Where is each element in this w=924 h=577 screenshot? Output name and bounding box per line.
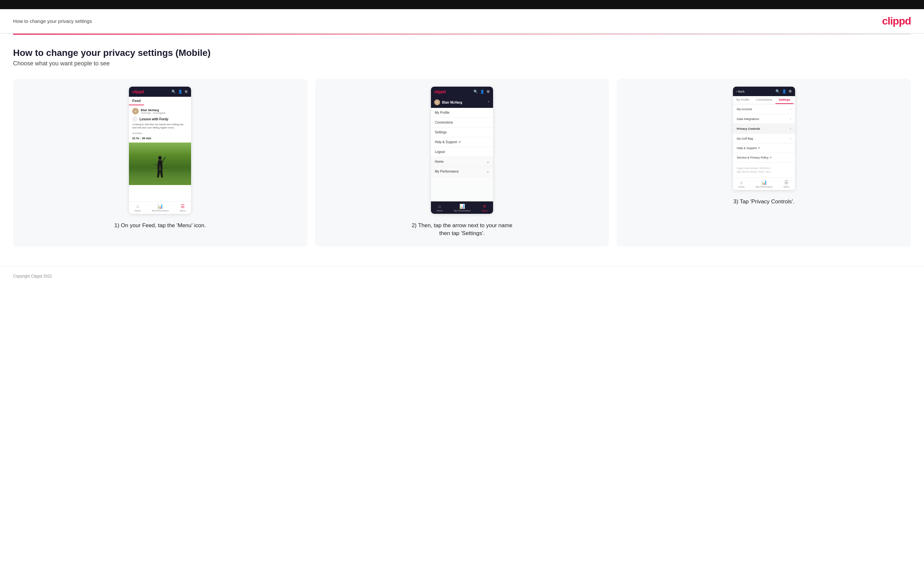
performance-label: My Performance bbox=[152, 210, 168, 212]
header: How to change your privacy settings clip… bbox=[0, 9, 924, 34]
step-1-caption: 1) On your Feed, tap the 'Menu' icon. bbox=[115, 222, 206, 229]
performance-label-3: My Performance bbox=[756, 186, 772, 188]
phone-2-icons: 🔍 👤 ⚙ bbox=[473, 90, 490, 94]
menu-item-connections[interactable]: Connections bbox=[431, 118, 493, 127]
menu-item-my-profile[interactable]: My Profile bbox=[431, 108, 493, 118]
menu-username: Blair McHarg bbox=[442, 101, 462, 104]
settings-item-privacy-controls[interactable]: Privacy Controls › bbox=[733, 124, 795, 134]
step-2-phone: clippd 🔍 👤 ⚙ bbox=[431, 87, 493, 214]
menu-item-settings[interactable]: Settings bbox=[431, 127, 493, 137]
menu-expand-icon[interactable]: ⌃ bbox=[487, 101, 490, 104]
user-icon-2: 👤 bbox=[480, 90, 485, 94]
settings-item-my-account[interactable]: My Account › bbox=[733, 104, 795, 114]
menu-section-home-label: Home bbox=[435, 160, 444, 163]
home-icon-2: ⌂ bbox=[438, 204, 441, 209]
copyright-text: Copyright Clippd 2022 bbox=[13, 274, 52, 279]
phone-3-icons: 🔍 👤 ⚙ bbox=[775, 89, 792, 93]
footer: Copyright Clippd 2022 bbox=[0, 266, 924, 285]
menu-section-performance[interactable]: My Performance ⌄ bbox=[431, 167, 493, 177]
settings-icon-3: ⚙ bbox=[788, 89, 792, 93]
menu-label: Menu bbox=[180, 210, 186, 212]
phone-2-content: B Blair McHarg ⌃ My Profile Connections … bbox=[431, 97, 493, 201]
close-icon: ✕ bbox=[483, 204, 486, 209]
settings-back-bar: ‹ Back 🔍 👤 ⚙ bbox=[733, 87, 795, 96]
steps-container: clippd 🔍 👤 ⚙ Feed B Blair McHarg bbox=[13, 79, 911, 247]
golf-image bbox=[129, 143, 191, 185]
nav-home-2: ⌂ Home bbox=[436, 204, 443, 212]
menu-items-list: My Profile Connections Settings Help & S… bbox=[431, 108, 493, 177]
menu-label-3: Menu bbox=[783, 186, 790, 188]
close-label: Menu bbox=[481, 210, 488, 212]
home-icon-3: ⌂ bbox=[740, 180, 743, 185]
golfer-silhouette bbox=[153, 156, 166, 182]
settings-item-my-golf-bag[interactable]: My Golf Bag › bbox=[733, 134, 795, 143]
back-chevron-icon: ‹ bbox=[736, 90, 737, 93]
top-bar bbox=[0, 0, 924, 9]
settings-tabs: My Profile Connections Settings bbox=[733, 96, 795, 104]
settings-item-help-support[interactable]: Help & Support ↗ bbox=[733, 143, 795, 153]
phone-1-topbar: clippd 🔍 👤 ⚙ bbox=[129, 87, 191, 97]
menu-overlay: B Blair McHarg ⌃ My Profile Connections … bbox=[431, 97, 493, 201]
tab-connections[interactable]: Connections bbox=[753, 96, 775, 104]
menu-icon-3: ☰ bbox=[784, 180, 788, 185]
back-button[interactable]: ‹ Back bbox=[736, 90, 745, 93]
phone-1-icons: 🔍 👤 ⚙ bbox=[171, 90, 188, 94]
settings-item-service-privacy[interactable]: Service & Privacy Policy ↗ bbox=[733, 153, 795, 163]
nav-menu[interactable]: ☰ Menu bbox=[180, 204, 186, 212]
duration-label: Duration bbox=[132, 132, 188, 135]
step-1-card: clippd 🔍 👤 ⚙ Feed B Blair McHarg bbox=[13, 79, 307, 247]
home-chevron-icon: ⌄ bbox=[486, 160, 489, 163]
lesson-desc: Looking to feel like my hands are exitin… bbox=[132, 123, 188, 130]
home-label-2: Home bbox=[436, 210, 443, 212]
menu-user-header: B Blair McHarg ⌃ bbox=[431, 97, 493, 108]
settings-icon: ⚙ bbox=[184, 90, 188, 94]
menu-item-logout[interactable]: Logout bbox=[431, 147, 493, 157]
user-icon-3: 👤 bbox=[782, 89, 787, 93]
svg-point-0 bbox=[158, 156, 162, 160]
step-2-card: clippd 🔍 👤 ⚙ bbox=[315, 79, 609, 247]
settings-item-data-integrations[interactable]: Data Integrations › bbox=[733, 114, 795, 124]
my-golf-bag-label: My Golf Bag bbox=[737, 137, 753, 140]
privacy-controls-chevron-icon: › bbox=[790, 127, 791, 131]
feed-tab: Feed bbox=[129, 97, 144, 105]
menu-item-help-support[interactable]: Help & Support ↗ bbox=[431, 137, 493, 147]
tab-settings[interactable]: Settings bbox=[775, 96, 794, 104]
settings-icon-2: ⚙ bbox=[486, 90, 490, 94]
help-support-label: Help & Support ↗ bbox=[737, 147, 761, 150]
menu-avatar: B bbox=[434, 99, 440, 105]
header-title: How to change your privacy settings bbox=[13, 18, 92, 24]
lesson-title: Lesson with Fordy bbox=[139, 118, 168, 121]
home-label-3: Home bbox=[738, 186, 745, 188]
lesson-icon bbox=[132, 116, 137, 122]
step-3-phone: ‹ Back 🔍 👤 ⚙ My Profile Connections Sett… bbox=[733, 87, 795, 190]
menu-section-home[interactable]: Home ⌄ bbox=[431, 157, 493, 167]
performance-icon-2: 📊 bbox=[459, 204, 465, 209]
menu-user-info: B Blair McHarg bbox=[434, 99, 462, 105]
server-version: GQL Server Version: 2022.7.30-1 bbox=[737, 170, 791, 174]
post-header: B Blair McHarg Yesterday · Sunningdale bbox=[132, 108, 188, 114]
back-label: Back bbox=[738, 90, 745, 93]
duration-value: 01 hr : 30 min bbox=[132, 137, 188, 140]
search-icon: 🔍 bbox=[171, 90, 176, 94]
phone-1-content: Feed B Blair McHarg Yesterday · Sunningd… bbox=[129, 97, 191, 201]
avatar: B bbox=[132, 108, 139, 114]
post-item: B Blair McHarg Yesterday · Sunningdale L… bbox=[129, 105, 191, 143]
menu-section-performance-label: My Performance bbox=[435, 170, 459, 173]
settings-list: My Account › Data Integrations › Privacy… bbox=[733, 104, 795, 163]
tab-my-profile[interactable]: My Profile bbox=[733, 96, 753, 104]
logo: clippd bbox=[882, 15, 911, 27]
service-privacy-label: Service & Privacy Policy ↗ bbox=[737, 156, 772, 159]
performance-label-2: My Performance bbox=[454, 210, 470, 212]
step-1-phone: clippd 🔍 👤 ⚙ Feed B Blair McHarg bbox=[129, 87, 191, 214]
my-account-chevron-icon: › bbox=[790, 107, 791, 111]
home-icon: ⌂ bbox=[136, 204, 139, 209]
nav-performance: 📊 My Performance bbox=[152, 204, 168, 212]
my-golf-bag-chevron-icon: › bbox=[790, 137, 791, 140]
main-content: How to change your privacy settings (Mob… bbox=[0, 35, 924, 266]
privacy-controls-label: Privacy Controls bbox=[737, 127, 761, 131]
nav-close[interactable]: ✕ Menu bbox=[481, 204, 488, 212]
user-icon: 👤 bbox=[178, 90, 183, 94]
post-author: Blair McHarg bbox=[141, 108, 166, 112]
my-account-label: My Account bbox=[737, 108, 752, 111]
phone-2-bottomnav: ⌂ Home 📊 My Performance ✕ Menu bbox=[431, 201, 493, 214]
